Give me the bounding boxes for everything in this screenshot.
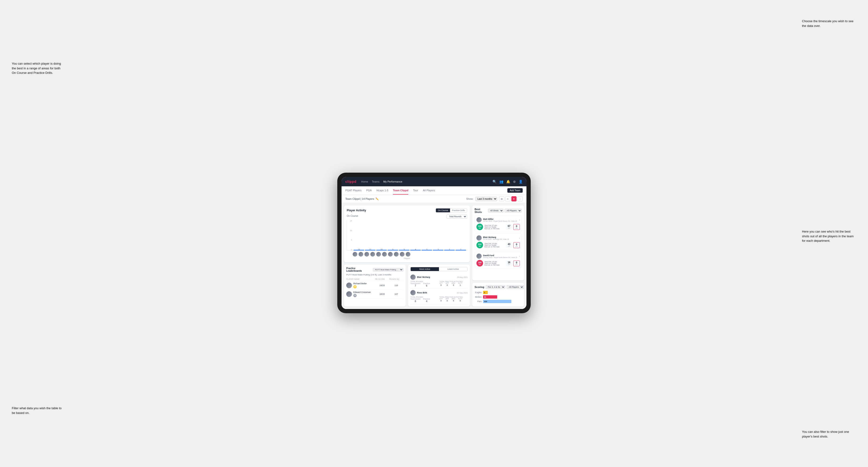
practice-title: Practice Leaderboards xyxy=(346,267,371,272)
chart-filter-select[interactable]: Total Rounds Fairways Hit GIR xyxy=(446,214,467,219)
player-activity-card: Player Activity On Course Practice Drill… xyxy=(344,206,470,262)
best-shots-card: Best Shots All Shots All Players xyxy=(472,206,524,280)
bar-highlight xyxy=(399,250,409,250)
annotation-right-mid: Here you can see who's hit the best shot… xyxy=(802,229,856,243)
shot-stat-dist: 16 yds xyxy=(506,260,512,266)
on-course-toggle[interactable]: On Course xyxy=(436,209,450,212)
chart-bar: 10 xyxy=(376,249,387,250)
course-info: 09 Jun 2023 · Royal North Devon GC, Hole… xyxy=(483,220,517,222)
plus-circle-icon[interactable]: ⊕ xyxy=(513,180,516,184)
scoring-filter2[interactable]: All Players xyxy=(507,285,524,289)
shot-info: Shot Dist: 67 yds Start Lie: Rough End L… xyxy=(485,224,504,229)
shot-item[interactable]: David Ford 24 Aug 2023 · Royal North Dev… xyxy=(474,252,522,269)
bar-highlight xyxy=(353,250,364,250)
scoring-pars-row: Pars 499 xyxy=(474,300,522,303)
avatar xyxy=(400,252,405,257)
nav-links: Home Teams My Performance xyxy=(361,180,402,183)
player-avatars xyxy=(347,252,467,257)
nav-home[interactable]: Home xyxy=(361,180,368,183)
list-view-icon[interactable]: ≡ xyxy=(505,196,510,201)
shot-item[interactable]: Matt Miller 09 Jun 2023 · Royal North De… xyxy=(474,215,522,232)
bottom-row: Practice Leaderboards PUTT Must Make Put… xyxy=(344,264,470,307)
avatar xyxy=(352,252,358,257)
show-label: Show: xyxy=(466,197,473,200)
pars-bar: 499 xyxy=(483,300,512,303)
avatar xyxy=(394,252,399,257)
chevron-right-icon: › xyxy=(519,237,520,239)
chart-bar: 5 xyxy=(399,249,409,250)
activity-chart: 15 10 5 0 13 12 10 xyxy=(347,220,467,251)
grid-view-icon[interactable]: ⊞ xyxy=(499,196,504,201)
shot-item[interactable]: Blair McHarg 23 Jul 2023 · Ashridge GC, … xyxy=(474,234,522,250)
most-active-btn[interactable]: Most Active xyxy=(411,267,439,271)
avatar xyxy=(370,252,375,257)
activity-date: 26 Aug 2023 xyxy=(457,276,467,278)
course-info: 24 Aug 2023 · Royal North Devon GC, Hole… xyxy=(483,257,517,258)
bar-highlight xyxy=(456,250,466,250)
nav-performance[interactable]: My Performance xyxy=(383,180,402,183)
tab-pgat[interactable]: PGAT Players xyxy=(345,186,362,195)
pb-avg: 107 xyxy=(389,293,403,295)
avatar xyxy=(388,252,393,257)
shot-score-badge: 200 SG xyxy=(476,242,483,248)
tab-pga[interactable]: PGA xyxy=(366,186,372,195)
search-icon[interactable]: 🔍 xyxy=(493,180,497,184)
chevron-right-icon: › xyxy=(519,219,520,221)
left-panel: Player Activity On Course Practice Drill… xyxy=(344,206,470,307)
tab-team-clippd[interactable]: Team Clippd xyxy=(393,186,408,195)
course-info: 23 Jul 2023 · Ashridge GC, Hole 15 xyxy=(483,239,509,240)
users-icon[interactable]: 👥 xyxy=(499,180,503,184)
shots-filter2[interactable]: All Players xyxy=(504,209,522,213)
scoring-header: Scoring Par 3, 4 & 5s All Players xyxy=(474,285,522,289)
team-title: Team Clippd | 14 Players xyxy=(345,197,374,200)
pb-score: 19/20 xyxy=(375,284,389,286)
heart-view-icon[interactable]: ♥ xyxy=(512,196,517,201)
avatar xyxy=(410,275,415,280)
pb-score: 18/20 xyxy=(375,293,389,295)
avatar xyxy=(346,283,352,288)
shot-stat-remain: 0 yds xyxy=(513,224,520,230)
chart-bar: 9 xyxy=(388,249,398,250)
bar-highlight xyxy=(433,250,443,250)
activity-title: Player Activity xyxy=(347,209,366,212)
y-axis: 15 10 5 0 xyxy=(347,220,352,250)
eagles-bar: 3 xyxy=(483,291,488,294)
tab-hcaps[interactable]: Hcaps 1-5 xyxy=(376,186,388,195)
bar-highlight xyxy=(365,250,375,250)
chart-bar: 12 xyxy=(365,249,375,250)
rank-badge: ① xyxy=(353,285,356,288)
view-icons: ⊞ ≡ ♥ ⋮ xyxy=(499,196,523,201)
time-filter-select[interactable]: Last 3 months Last 6 months Last year xyxy=(475,197,497,201)
shot-stat-remain: 0 yds xyxy=(513,260,520,266)
shots-filter1[interactable]: All Shots xyxy=(488,209,503,213)
player-name: David Ford xyxy=(483,254,517,257)
chart-bar: 13 xyxy=(353,249,364,250)
edit-icon[interactable]: ✏️ xyxy=(375,197,379,200)
avatar xyxy=(364,252,369,257)
least-active-btn[interactable]: Least Active xyxy=(439,267,467,271)
course-toggle: On Course Practice Drills xyxy=(436,208,467,213)
bell-icon[interactable]: 🔔 xyxy=(506,180,510,184)
settings-view-icon[interactable]: ⋮ xyxy=(518,196,523,201)
practice-filter[interactable]: PUTT Must Make Putting ... xyxy=(373,268,403,272)
player-name: Blair McHarg xyxy=(417,276,430,278)
tabs-bar: PGAT Players PGA Hcaps 1-5 Team Clippd T… xyxy=(342,186,526,195)
user-avatar-icon[interactable]: 👤 xyxy=(519,180,523,184)
activity-date: 02 Sep 2023 xyxy=(457,292,467,294)
tab-tour[interactable]: Tour xyxy=(413,186,418,195)
chart-bar: 3 xyxy=(422,249,432,250)
shots-header: Best Shots All Shots All Players xyxy=(474,208,522,214)
list-item: Blair McHarg 26 Aug 2023 Total Rounds xyxy=(410,273,467,289)
chart-bar: 2 xyxy=(444,249,455,250)
show-filter: Show: Last 3 months Last 6 months Last y… xyxy=(466,196,523,201)
scoring-filter1[interactable]: Par 3, 4 & 5s xyxy=(486,285,505,289)
nav-teams[interactable]: Teams xyxy=(372,180,379,183)
on-course-label: On Course xyxy=(347,215,358,217)
tab-all-players[interactable]: All Players xyxy=(423,186,435,195)
practice-header: Practice Leaderboards PUTT Must Make Put… xyxy=(346,267,403,272)
tablet-screen: clippd Home Teams My Performance 🔍 👥 🔔 ⊕… xyxy=(342,177,526,309)
shot-info: Shot Dist: 16 yds Start Lie: Rough End L… xyxy=(485,261,504,266)
practice-drills-toggle[interactable]: Practice Drills xyxy=(450,209,467,212)
nav-bar: clippd Home Teams My Performance 🔍 👥 🔔 ⊕… xyxy=(342,177,526,186)
add-team-button[interactable]: Add Team xyxy=(507,188,523,193)
